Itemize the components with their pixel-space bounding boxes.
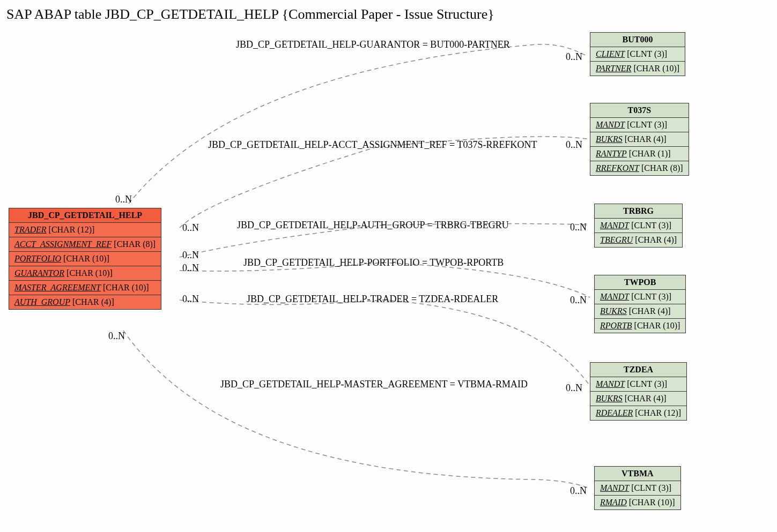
entity-t037s: T037S MANDT [CLNT (3)] BUKRS [CHAR (4)] … (590, 103, 689, 176)
entity-trbrg: TRBRG MANDT [CLNT (3)] TBEGRU [CHAR (4)] (594, 204, 683, 248)
relation-label: JBD_CP_GETDETAIL_HELP-TRADER = TZDEA-RDE… (247, 294, 498, 305)
entity-twpob: TWPOB MANDT [CLNT (3)] BUKRS [CHAR (4)] … (594, 275, 686, 333)
page-title: SAP ABAP table JBD_CP_GETDETAIL_HELP {Co… (6, 6, 494, 23)
relation-label: JBD_CP_GETDETAIL_HELP-GUARANTOR = BUT000… (236, 39, 510, 50)
relation-label: JBD_CP_GETDETAIL_HELP-AUTH_GROUP = TRBRG… (237, 220, 509, 231)
entity-main: JBD_CP_GETDETAIL_HELP TRADER [CHAR (12)]… (9, 208, 161, 310)
cardinality: 0..N (570, 295, 587, 306)
relation-label: JBD_CP_GETDETAIL_HELP-ACCT_ASSIGNMENT_RE… (208, 139, 537, 151)
entity-name: TWPOB (595, 275, 686, 290)
field: RPORTB [CHAR (10)] (595, 319, 686, 333)
entity-name: TZDEA (590, 363, 687, 377)
entity-name: T037S (590, 103, 689, 118)
cardinality: 0..N (182, 263, 199, 274)
entity-name: VTBMA (595, 467, 681, 481)
field: PORTFOLIO [CHAR (10)] (9, 252, 161, 266)
field: BUKRS [CHAR (4)] (590, 132, 689, 147)
relation-label: JBD_CP_GETDETAIL_HELP-PORTFOLIO = TWPOB-… (243, 257, 504, 268)
field: CLIENT [CLNT (3)] (590, 47, 685, 62)
field: MANDT [CLNT (3)] (590, 118, 689, 132)
cardinality: 0..N (566, 51, 582, 63)
relation-label: JBD_CP_GETDETAIL_HELP-MASTER_AGREEMENT =… (220, 379, 528, 390)
entity-but000: BUT000 CLIENT [CLNT (3)] PARTNER [CHAR (… (590, 32, 685, 76)
field: GUARANTOR [CHAR (10)] (9, 266, 161, 281)
field: TBEGRU [CHAR (4)] (595, 233, 683, 248)
cardinality: 0..N (570, 222, 587, 233)
field: TRADER [CHAR (12)] (9, 223, 161, 237)
cardinality: 0..N (115, 194, 132, 205)
field: RDEALER [CHAR (12)] (590, 406, 687, 421)
field: MANDT [CLNT (3)] (595, 481, 681, 496)
field: RMAID [CHAR (10)] (595, 496, 681, 510)
field: ACCT_ASSIGNMENT_REF [CHAR (8)] (9, 237, 161, 252)
entity-tzdea: TZDEA MANDT [CLNT (3)] BUKRS [CHAR (4)] … (590, 362, 687, 421)
field: RANTYP [CHAR (1)] (590, 147, 689, 161)
field: MANDT [CLNT (3)] (590, 377, 687, 392)
field: MANDT [CLNT (3)] (595, 290, 686, 304)
cardinality: 0..N (182, 294, 199, 305)
field: PARTNER [CHAR (10)] (590, 62, 685, 76)
field: BUKRS [CHAR (4)] (590, 392, 687, 406)
entity-name: BUT000 (590, 33, 685, 47)
cardinality: 0..N (570, 485, 587, 497)
cardinality: 0..N (182, 250, 199, 261)
entity-main-name: JBD_CP_GETDETAIL_HELP (9, 208, 161, 223)
cardinality: 0..N (566, 139, 582, 151)
field: MANDT [CLNT (3)] (595, 219, 683, 233)
cardinality: 0..N (566, 383, 582, 394)
field: BUKRS [CHAR (4)] (595, 304, 686, 319)
entity-vtbma: VTBMA MANDT [CLNT (3)] RMAID [CHAR (10)] (594, 466, 681, 510)
entity-name: TRBRG (595, 204, 683, 219)
cardinality: 0..N (108, 331, 125, 342)
field: RREFKONT [CHAR (8)] (590, 161, 689, 176)
cardinality: 0..N (182, 222, 199, 234)
field: AUTH_GROUP [CHAR (4)] (9, 295, 161, 310)
field: MASTER_AGREEMENT [CHAR (10)] (9, 281, 161, 295)
